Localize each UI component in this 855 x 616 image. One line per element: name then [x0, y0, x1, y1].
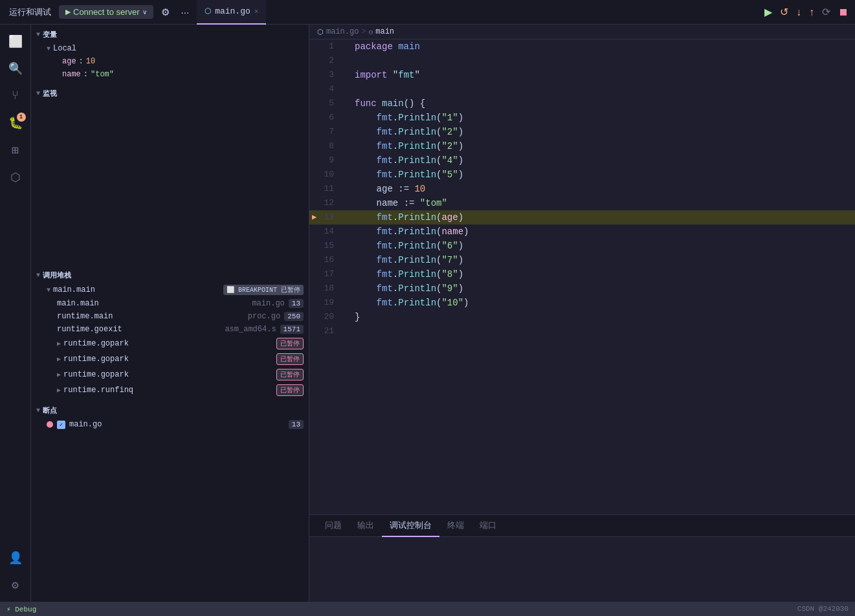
line-number: 20	[309, 310, 342, 324]
activity-account[interactable]: 👤	[4, 546, 27, 569]
callstack-runfinq[interactable]: ▶ runtime.runfinq 已暂停	[31, 382, 309, 398]
code-line[interactable]: 20}	[309, 310, 855, 324]
code-line[interactable]: 19 fmt.Println("10")	[309, 296, 855, 310]
code-line[interactable]: 4	[309, 82, 855, 96]
go-file-icon: ⬡	[205, 6, 211, 16]
activity-source-control[interactable]: ⑂	[4, 84, 27, 107]
code-line[interactable]: 14 fmt.Println(name)	[309, 225, 855, 239]
more-button[interactable]: ···	[177, 5, 194, 19]
code-editor[interactable]: 1package main2 3import "fmt"4 5func main…	[309, 39, 855, 514]
code-line[interactable]: 15 fmt.Println("6")	[309, 239, 855, 253]
code-line[interactable]: 17 fmt.Println("8")	[309, 267, 855, 281]
code-line[interactable]: 11 age := 10	[309, 182, 855, 196]
code-line[interactable]: 16 fmt.Println("7")	[309, 253, 855, 267]
watch-header[interactable]: ▼ 监视	[31, 86, 309, 101]
variables-header[interactable]: ▼ 变量	[31, 27, 309, 42]
callstack-gopark2[interactable]: ▶ runtime.gopark 已暂停	[31, 351, 309, 367]
bc-file[interactable]: main.go	[326, 27, 359, 36]
bottom-tab-调试控制台[interactable]: 调试控制台	[382, 515, 439, 537]
sub-runtime-main-file: proc.go	[248, 312, 280, 321]
breakpoints-header[interactable]: ▼ 断点	[31, 403, 309, 418]
sub-runtime-main-label: runtime.main	[57, 312, 113, 321]
code-line[interactable]: 5func main() {	[309, 96, 855, 111]
callstack-sub-runtime-goexit[interactable]: runtime.goexit asm_amd64.s 1571	[31, 323, 309, 336]
line-content: fmt.Println("8")	[342, 267, 463, 281]
bottom-content[interactable]	[309, 537, 855, 602]
code-line[interactable]: 18 fmt.Println("9")	[309, 281, 855, 296]
connect-button-label: Connect to server	[73, 7, 140, 17]
var-age-item[interactable]: age : 10	[31, 55, 309, 68]
restart-button[interactable]: ⟳	[821, 5, 832, 19]
code-line[interactable]: 12 name := "tom"	[309, 196, 855, 210]
watch-section: ▼ 监视	[31, 83, 309, 104]
bp-main-go-left: ✓ main.go	[47, 420, 102, 429]
callstack-sub-main-main[interactable]: main.main main.go 13	[31, 297, 309, 310]
sub-main-main-right: main.go 13	[252, 299, 304, 308]
sub-runtime-goexit-right: asm_amd64.s 1571	[225, 325, 304, 334]
callstack-header[interactable]: ▼ 调用堆栈	[31, 268, 309, 283]
stop-button[interactable]: ⏹	[837, 5, 850, 19]
callstack-gopark1[interactable]: ▶ runtime.gopark 已暂停	[31, 336, 309, 351]
continue-button[interactable]: ▶	[763, 5, 773, 19]
callstack-gopark3[interactable]: ▶ runtime.gopark 已暂停	[31, 367, 309, 382]
gopark3-left: ▶ runtime.gopark	[47, 370, 129, 379]
code-line[interactable]: 9 fmt.Println("4")	[309, 153, 855, 168]
var-name-item[interactable]: name : "tom"	[31, 68, 309, 81]
bottom-tab-问题[interactable]: 问题	[317, 515, 350, 537]
local-group[interactable]: ▼ Local	[31, 42, 309, 55]
tab-close-button[interactable]: ×	[254, 8, 259, 16]
runfinq-right: 已暂停	[276, 384, 304, 396]
activity-search[interactable]: 🔍	[4, 57, 27, 80]
callstack-main-main[interactable]: ▼ main.main ⬜ BREAKPOINT 已暂停	[31, 283, 309, 297]
line-number: 3	[309, 68, 342, 82]
code-line[interactable]: 10 fmt.Println("5")	[309, 168, 855, 182]
code-line[interactable]: 3import "fmt"	[309, 68, 855, 82]
activity-bottom: 👤 ⚙	[4, 546, 27, 597]
step-over-button[interactable]: ↺	[779, 5, 790, 19]
code-line[interactable]: 6 fmt.Println("1")	[309, 111, 855, 125]
breakpoint-main-go[interactable]: ✓ main.go 13	[31, 418, 309, 431]
bc-func[interactable]: main	[375, 27, 394, 36]
code-line[interactable]: 21	[309, 324, 855, 338]
bc-func-icon: ⚇	[369, 28, 373, 36]
gopark3-label: runtime.gopark	[63, 370, 129, 379]
sub-main-main-file: main.go	[252, 299, 284, 308]
activity-settings[interactable]: ⚙	[4, 573, 27, 597]
activity-debug[interactable]: 🐛 1	[4, 111, 27, 135]
line-content: }	[342, 310, 360, 324]
watch-chevron: ▼	[36, 90, 40, 97]
bottom-tab-输出[interactable]: 输出	[350, 515, 382, 537]
sidebar-spacer	[31, 104, 309, 265]
code-line[interactable]: 7 fmt.Println("2")	[309, 125, 855, 139]
sub-runtime-goexit-left: runtime.goexit	[57, 325, 122, 334]
code-line[interactable]: 8 fmt.Println("2")	[309, 139, 855, 153]
step-into-button[interactable]: ↓	[795, 5, 803, 19]
line-content	[342, 54, 360, 68]
activity-explorer[interactable]: ⬜	[4, 30, 27, 53]
gear-button[interactable]: ⚙	[157, 5, 173, 19]
line-number: 6	[309, 111, 342, 125]
bc-go-icon: ⬡	[317, 28, 324, 36]
var-age-val: 10	[86, 57, 95, 66]
line-number: 5	[309, 96, 342, 111]
bottom-tab-终端[interactable]: 终端	[439, 515, 472, 537]
connect-to-server-button[interactable]: ▶ Connect to server ∨	[59, 5, 153, 19]
bottom-tab-端口[interactable]: 端口	[472, 515, 504, 537]
activity-remote[interactable]: ⬡	[4, 166, 27, 189]
line-number: 1	[309, 39, 342, 54]
play-icon: ▶	[65, 8, 71, 16]
status-bar: ⚡ Debug CSDN @242030	[0, 602, 855, 616]
runfinq-label: runtime.runfinq	[63, 386, 133, 395]
line-content: name := "tom"	[342, 196, 447, 210]
code-line[interactable]: 1package main	[309, 39, 855, 54]
callstack-sub-runtime-main[interactable]: runtime.main proc.go 250	[31, 310, 309, 323]
activity-extensions[interactable]: ⊞	[4, 138, 27, 162]
line-number: 9	[309, 153, 342, 168]
sidebar: ▼ 变量 ▼ Local age : 10 name : "tom"	[31, 25, 309, 602]
code-line[interactable]: 2	[309, 54, 855, 68]
tab-main-go[interactable]: ⬡ main.go ×	[197, 0, 266, 25]
code-line[interactable]: ▶13 fmt.Println(age)	[309, 210, 855, 225]
step-out-button[interactable]: ↑	[808, 5, 816, 19]
line-number: 16	[309, 253, 342, 267]
line-content: fmt.Println("1")	[342, 111, 463, 125]
